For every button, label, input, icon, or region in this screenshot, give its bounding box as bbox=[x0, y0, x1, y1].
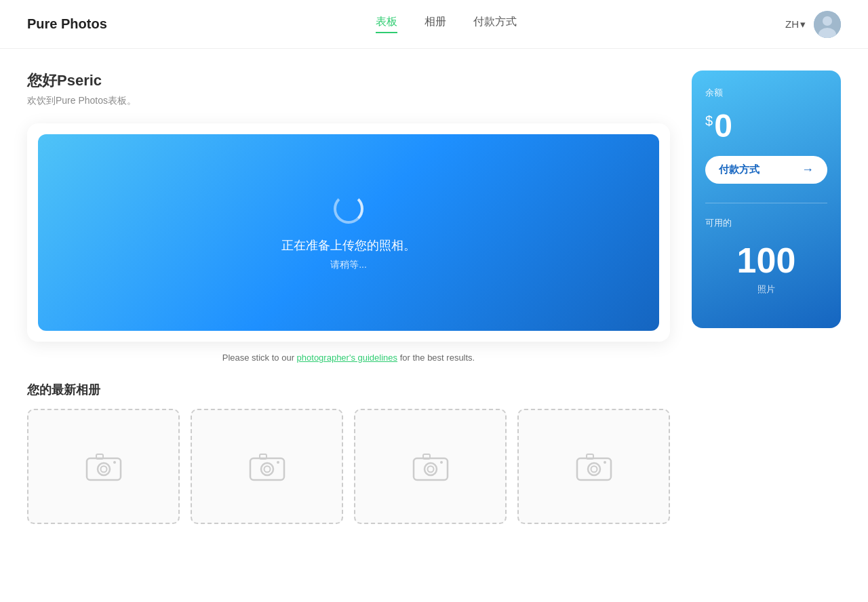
camera-icon-1 bbox=[85, 452, 122, 481]
balance-currency: $ bbox=[705, 113, 713, 128]
svg-point-1 bbox=[823, 16, 832, 26]
svg-point-20 bbox=[591, 466, 597, 473]
albums-section-title: 您的最新相册 bbox=[27, 382, 670, 398]
svg-point-22 bbox=[604, 461, 606, 464]
balance-value: 0 bbox=[714, 108, 732, 144]
camera-icon-2 bbox=[249, 452, 285, 481]
guideline-suffix: for the best results. bbox=[397, 353, 475, 363]
balance-card: 余额 $0 付款方式 → 可用的 100 照片 bbox=[692, 71, 841, 328]
upload-title: 正在准备上传您的照相。 bbox=[281, 237, 416, 254]
balance-label: 余额 bbox=[705, 87, 827, 99]
balance-amount: $0 bbox=[705, 110, 827, 142]
svg-point-14 bbox=[425, 463, 437, 475]
nav-payment[interactable]: 付款方式 bbox=[473, 15, 517, 33]
available-label: 可用的 bbox=[705, 217, 827, 229]
camera-icon-4 bbox=[576, 452, 612, 481]
albums-grid bbox=[27, 409, 670, 524]
camera-icon-3 bbox=[412, 452, 449, 481]
available-unit: 照片 bbox=[705, 283, 827, 296]
svg-point-9 bbox=[261, 463, 273, 475]
greeting-title: 您好Pseric bbox=[27, 71, 670, 91]
pay-button[interactable]: 付款方式 → bbox=[705, 156, 827, 184]
svg-point-19 bbox=[588, 463, 600, 475]
album-card-1[interactable] bbox=[27, 409, 180, 524]
svg-point-4 bbox=[98, 463, 110, 475]
nav-albums[interactable]: 相册 bbox=[425, 15, 446, 33]
available-count: 100 bbox=[705, 240, 827, 281]
nav-right: ZH ▾ bbox=[785, 11, 841, 38]
sidebar-divider bbox=[705, 203, 827, 203]
main-layout: 您好Pseric 欢饮到Pure Photos表板。 正在准备上传您的照相。 请… bbox=[0, 49, 868, 546]
app-logo: Pure Photos bbox=[27, 16, 107, 32]
svg-point-17 bbox=[440, 461, 443, 464]
guideline-prefix: Please stick to our bbox=[222, 353, 297, 363]
main-content: 您好Pseric 欢饮到Pure Photos表板。 正在准备上传您的照相。 请… bbox=[27, 71, 670, 524]
loading-spinner bbox=[334, 194, 363, 224]
svg-point-12 bbox=[277, 461, 279, 464]
lang-label: ZH bbox=[785, 18, 799, 30]
svg-point-5 bbox=[100, 466, 106, 473]
navbar: Pure Photos 表板 相册 付款方式 ZH ▾ bbox=[0, 0, 868, 49]
nav-dashboard[interactable]: 表板 bbox=[376, 15, 397, 33]
svg-point-7 bbox=[113, 461, 116, 464]
nav-links: 表板 相册 付款方式 bbox=[376, 15, 517, 33]
avatar-image bbox=[814, 11, 841, 38]
chevron-down-icon: ▾ bbox=[800, 18, 806, 31]
avatar[interactable] bbox=[814, 11, 841, 38]
upload-card: 正在准备上传您的照相。 请稍等... bbox=[27, 123, 670, 342]
guideline-text: Please stick to our photographer's guide… bbox=[27, 353, 670, 363]
arrow-right-icon: → bbox=[802, 163, 814, 177]
album-card-2[interactable] bbox=[191, 409, 343, 524]
guideline-link[interactable]: photographer's guidelines bbox=[297, 353, 397, 363]
svg-point-10 bbox=[264, 466, 270, 473]
upload-subtitle: 请稍等... bbox=[330, 259, 367, 271]
lang-selector[interactable]: ZH ▾ bbox=[785, 18, 806, 31]
upload-area[interactable]: 正在准备上传您的照相。 请稍等... bbox=[38, 134, 659, 331]
album-card-4[interactable] bbox=[517, 409, 670, 524]
greeting-subtitle: 欢饮到Pure Photos表板。 bbox=[27, 95, 670, 107]
pay-button-label: 付款方式 bbox=[719, 163, 760, 176]
album-card-3[interactable] bbox=[354, 409, 507, 524]
svg-point-15 bbox=[427, 466, 433, 473]
sidebar: 余额 $0 付款方式 → 可用的 100 照片 bbox=[692, 71, 841, 524]
